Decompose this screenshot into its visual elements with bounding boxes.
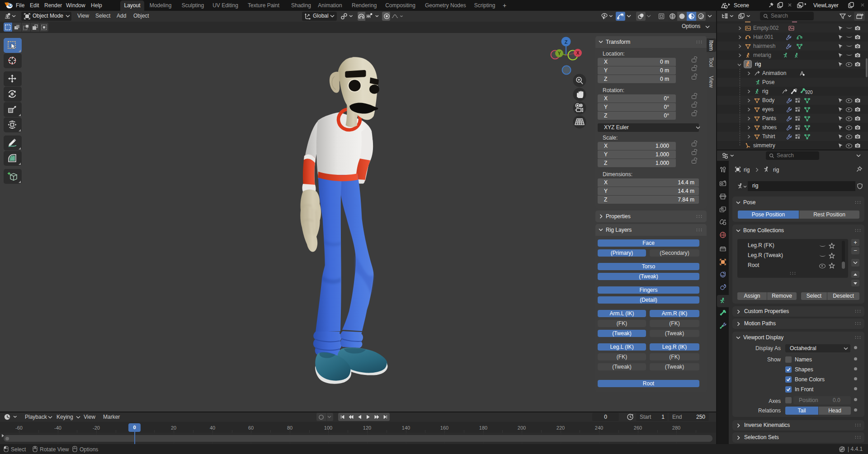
svg-text:Z: Z [565, 39, 568, 45]
svg-text:X: X [576, 51, 580, 56]
svg-text:Y: Y [558, 51, 561, 56]
